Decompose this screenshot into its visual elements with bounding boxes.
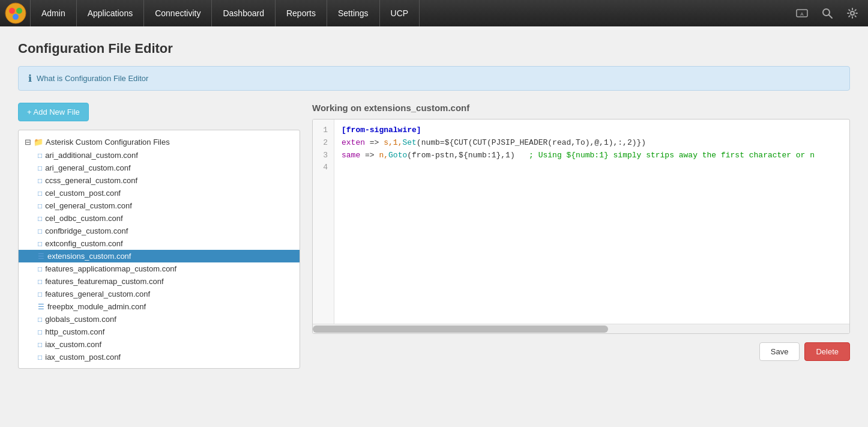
file-icon: □: [38, 214, 42, 223]
settings-button[interactable]: [842, 5, 863, 22]
line-numbers: 1234: [313, 120, 334, 324]
tree-item[interactable]: □cel_odbc_custom.conf: [19, 212, 300, 225]
svg-point-1: [9, 8, 15, 14]
file-name: features_general_custom.conf: [45, 289, 150, 298]
file-icon: □: [38, 189, 42, 198]
file-name: cel_odbc_custom.conf: [45, 214, 122, 223]
file-name: features_featuremap_custom.conf: [45, 277, 163, 286]
add-new-file-button[interactable]: + Add New File: [18, 103, 89, 121]
tree-item[interactable]: □extconfig_custom.conf: [19, 237, 300, 250]
working-title: Working on extensions_custom.conf: [312, 103, 850, 113]
tree-item[interactable]: □iax_custom.conf: [19, 338, 300, 351]
file-name: confbridge_custom.conf: [45, 226, 128, 235]
file-tree: ⊟ 📁 Asterisk Custom Configuration Files …: [18, 130, 300, 369]
file-name: http_custom.conf: [45, 327, 104, 336]
file-name: cel_general_custom.conf: [45, 201, 132, 210]
app-logo: [5, 2, 26, 24]
tree-item[interactable]: □ccss_general_custom.conf: [19, 174, 300, 187]
file-icon: □: [38, 151, 42, 160]
tree-folder-icon: 📁: [34, 138, 43, 147]
file-icon: □: [38, 227, 42, 235]
main-layout: + Add New File ⊟ 📁 Asterisk Custom Confi…: [18, 103, 850, 369]
language-button[interactable]: A: [791, 5, 813, 22]
svg-text:A: A: [800, 11, 804, 17]
top-navigation: Admin Applications Connectivity Dashboar…: [0, 0, 868, 26]
nav-items: Admin Applications Connectivity Dashboar…: [30, 0, 791, 26]
tree-collapse-icon: ⊟: [25, 138, 31, 147]
tree-root-label: Asterisk Custom Configuration Files: [46, 138, 170, 147]
tree-item[interactable]: □http_custom.conf: [19, 326, 300, 338]
tree-item[interactable]: □ari_additional_custom.conf: [19, 149, 300, 162]
code-scrollbar[interactable]: [313, 324, 849, 333]
file-list: □ari_additional_custom.conf□ari_general_…: [19, 149, 300, 363]
tree-item[interactable]: □features_applicationmap_custom.conf: [19, 262, 300, 275]
file-name: iax_custom.conf: [45, 340, 101, 349]
file-icon: ☰: [38, 252, 44, 261]
right-panel: Working on extensions_custom.conf 1234 […: [312, 103, 850, 361]
file-name: extensions_custom.conf: [47, 252, 131, 261]
action-buttons: Save Delete: [312, 342, 850, 361]
nav-settings[interactable]: Settings: [327, 0, 380, 26]
file-name: cel_custom_post.conf: [45, 189, 121, 198]
tree-item[interactable]: □features_featuremap_custom.conf: [19, 275, 300, 288]
code-area: 1234 [from-signalwire]exten => s,1,Set(n…: [313, 120, 849, 324]
svg-point-0: [5, 3, 26, 23]
page-content: Configuration File Editor ℹ What is Conf…: [0, 26, 868, 383]
file-icon: □: [38, 353, 42, 362]
file-name: ari_general_custom.conf: [45, 163, 130, 172]
file-icon: ☰: [38, 303, 44, 311]
file-icon: □: [38, 202, 42, 210]
delete-button[interactable]: Delete: [804, 342, 850, 361]
file-name: extconfig_custom.conf: [45, 239, 122, 248]
file-icon: □: [38, 164, 42, 172]
nav-reports[interactable]: Reports: [276, 0, 327, 26]
tree-item[interactable]: □confbridge_custom.conf: [19, 225, 300, 237]
tree-item[interactable]: □cel_custom_post.conf: [19, 187, 300, 199]
code-editor[interactable]: 1234 [from-signalwire]exten => s,1,Set(n…: [312, 119, 850, 334]
file-name: features_applicationmap_custom.conf: [45, 264, 176, 273]
page-title: Configuration File Editor: [18, 41, 850, 56]
nav-connectivity[interactable]: Connectivity: [144, 0, 212, 26]
tree-root: ⊟ 📁 Asterisk Custom Configuration Files: [19, 135, 300, 149]
left-panel: + Add New File ⊟ 📁 Asterisk Custom Confi…: [18, 103, 300, 369]
tree-item[interactable]: ☰extensions_custom.conf: [19, 250, 300, 262]
file-icon: □: [38, 341, 42, 349]
tree-item[interactable]: □globals_custom.conf: [19, 313, 300, 326]
file-name: freepbx_module_admin.conf: [47, 302, 146, 311]
file-name: ari_additional_custom.conf: [45, 151, 138, 160]
file-icon: □: [38, 290, 42, 298]
info-text: What is Configuration File Editor: [37, 74, 148, 83]
nav-dashboard[interactable]: Dashboard: [212, 0, 276, 26]
file-name: globals_custom.conf: [45, 315, 116, 324]
code-content[interactable]: [from-signalwire]exten => s,1,Set(numb=$…: [334, 120, 849, 324]
svg-point-3: [13, 14, 19, 20]
nav-applications[interactable]: Applications: [77, 0, 145, 26]
file-icon: □: [38, 240, 42, 248]
file-icon: □: [38, 177, 42, 185]
file-icon: □: [38, 277, 42, 286]
file-icon: □: [38, 265, 42, 273]
tree-item[interactable]: □iax_custom_post.conf: [19, 351, 300, 363]
svg-point-8: [851, 11, 854, 15]
file-icon: □: [38, 315, 42, 324]
svg-line-7: [829, 15, 832, 18]
file-name: ccss_general_custom.conf: [45, 176, 137, 185]
info-icon: ℹ: [28, 73, 32, 84]
info-bar: ℹ What is Configuration File Editor: [18, 66, 850, 91]
nav-admin[interactable]: Admin: [30, 0, 77, 26]
search-button[interactable]: [816, 5, 838, 22]
tree-item[interactable]: □cel_general_custom.conf: [19, 199, 300, 212]
svg-point-2: [16, 8, 22, 14]
tree-item[interactable]: □features_general_custom.conf: [19, 288, 300, 300]
file-name: iax_custom_post.conf: [45, 353, 121, 362]
nav-ucp[interactable]: UCP: [380, 0, 420, 26]
file-icon: □: [38, 328, 42, 336]
tree-item[interactable]: ☰freepbx_module_admin.conf: [19, 300, 300, 313]
nav-right-actions: A: [791, 5, 863, 22]
tree-item[interactable]: □ari_general_custom.conf: [19, 162, 300, 174]
save-button[interactable]: Save: [759, 342, 800, 361]
code-scrollbar-thumb: [313, 326, 608, 333]
